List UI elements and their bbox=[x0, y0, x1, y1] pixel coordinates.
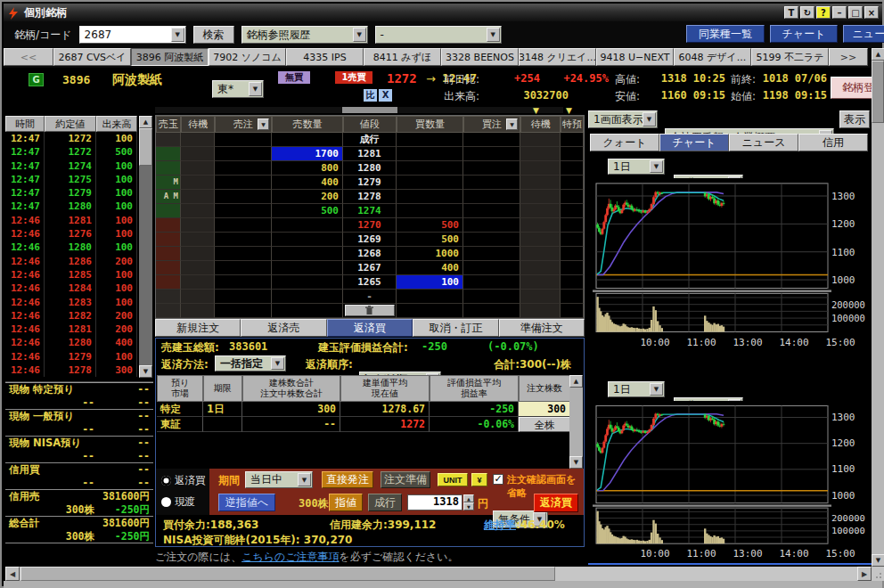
position-scrollbar[interactable]: ▲ ▼ bbox=[569, 375, 583, 469]
refresh-icon[interactable]: ↻ bbox=[800, 6, 814, 19]
order-book-column-header[interactable]: 待機 bbox=[181, 116, 215, 133]
confirm-skip-checkbox[interactable]: ✓ bbox=[493, 474, 503, 485]
chevron-down-icon[interactable]: ▼ bbox=[487, 28, 500, 42]
price-stepper[interactable]: ▲ ▼ bbox=[463, 494, 474, 510]
close-badge[interactable]: X bbox=[379, 89, 392, 102]
sell-quantity-cell[interactable]: 800 bbox=[272, 161, 343, 176]
chevron-down-icon[interactable]: ▼ bbox=[298, 473, 311, 486]
order-book-column-header[interactable]: 値段 bbox=[343, 116, 397, 133]
tape-column-header[interactable]: 約定値 bbox=[45, 116, 96, 132]
order-book-row[interactable]: 1270500 bbox=[156, 218, 584, 233]
scroll-up-icon[interactable]: ▲ bbox=[139, 116, 152, 128]
buy-quantity-cell[interactable]: 500 bbox=[397, 218, 463, 233]
compare-badge[interactable]: 比 bbox=[364, 89, 377, 102]
screen-layout-combobox[interactable]: 1画面表示▼ bbox=[588, 110, 658, 128]
price-cell[interactable]: - bbox=[343, 290, 397, 304]
order-book-row[interactable]: 8001280 bbox=[156, 161, 584, 176]
scroll-left-icon[interactable]: ◀ bbox=[5, 567, 20, 581]
direct-order-button[interactable]: 直接発注 bbox=[322, 471, 373, 488]
intraday-chart[interactable]: 10:0011:0013:0014:0015:00130012001100100… bbox=[589, 178, 871, 353]
genwatashi-radio[interactable]: 現渡 bbox=[161, 495, 195, 508]
scroll-down-icon[interactable]: ▼ bbox=[139, 365, 152, 378]
price-cell[interactable]: 1279 bbox=[343, 176, 397, 190]
price-input[interactable]: 1318 bbox=[407, 494, 462, 510]
order-tab[interactable]: 準備注文 bbox=[499, 319, 585, 337]
price-cell[interactable]: 1281 bbox=[343, 147, 397, 161]
order-book-column-header[interactable]: 待機 bbox=[520, 116, 561, 133]
sell-quantity-cell[interactable] bbox=[272, 261, 343, 275]
stock-tab[interactable]: 7902 ソノコム bbox=[209, 48, 286, 66]
stop-order-button[interactable]: 逆指値へ bbox=[218, 494, 275, 511]
intraday-chart[interactable]: 10:0011:0013:0014:0015:00130012001100100… bbox=[589, 401, 871, 563]
sell-quantity-cell[interactable]: 500 bbox=[272, 204, 343, 218]
yen-button[interactable]: ¥ bbox=[471, 473, 487, 486]
order-book-column-header[interactable]: 特預 bbox=[561, 116, 584, 133]
scroll-right-icon[interactable]: ▶ bbox=[857, 567, 872, 581]
resize-grip[interactable] bbox=[872, 567, 884, 581]
market-order-button[interactable]: 成行 bbox=[368, 494, 402, 511]
minimize-button[interactable]: – bbox=[832, 6, 847, 19]
unit-button[interactable]: UNIT bbox=[438, 473, 468, 486]
order-book-row[interactable]: A M2001278 bbox=[156, 190, 584, 204]
price-cell[interactable]: 成行 bbox=[343, 133, 397, 147]
price-cell[interactable]: 1267 bbox=[343, 261, 397, 275]
price-cell[interactable]: 1265 bbox=[343, 275, 397, 290]
code-combobox[interactable]: 2687▼ bbox=[79, 26, 186, 44]
order-book-row[interactable] bbox=[156, 304, 584, 318]
buy-quantity-cell[interactable] bbox=[397, 304, 463, 318]
panel-tab[interactable]: クォート bbox=[590, 134, 659, 151]
delete-order-button[interactable] bbox=[345, 305, 395, 316]
stock-tab[interactable]: 4335 IPS bbox=[286, 48, 364, 66]
order-tab[interactable]: 新規注文 bbox=[155, 319, 241, 337]
chevron-down-icon[interactable]: ▼ bbox=[249, 82, 262, 96]
help-icon[interactable]: ? bbox=[816, 6, 831, 19]
stock-tab[interactable]: 9418 U−NEXT bbox=[596, 48, 674, 66]
order-tab[interactable]: 返済買 bbox=[327, 319, 413, 337]
order-book-column-header[interactable]: 買注▼ bbox=[463, 116, 520, 133]
order-tab[interactable]: 取消・訂正 bbox=[413, 319, 498, 337]
scroll-up-icon[interactable]: ▲ bbox=[872, 48, 884, 61]
order-book-row[interactable]: 1265100 bbox=[156, 275, 584, 290]
stock-tab[interactable]: 8411 みずほ bbox=[364, 48, 441, 66]
order-tab[interactable]: 返済売 bbox=[241, 319, 326, 337]
chevron-down-icon[interactable]: ▼ bbox=[643, 112, 656, 127]
tape-scrollbar[interactable]: ▲ ▼ bbox=[139, 116, 152, 378]
sell-quantity-cell[interactable] bbox=[272, 233, 343, 247]
compare-combobox[interactable]: -▼ bbox=[375, 26, 502, 44]
step-up-icon[interactable]: ▲ bbox=[463, 494, 474, 502]
scroll-up-icon[interactable]: ▲ bbox=[569, 375, 583, 388]
price-cell[interactable]: 1269 bbox=[343, 233, 397, 247]
scroll-down-icon[interactable]: ▼ bbox=[872, 554, 884, 567]
buy-quantity-cell[interactable]: 500 bbox=[397, 233, 463, 247]
order-book-row[interactable]: 17001281 bbox=[156, 147, 584, 161]
submit-repay-buy-button[interactable]: 返済買 bbox=[534, 494, 578, 512]
news-button[interactable]: ニュース bbox=[843, 25, 884, 43]
maximize-button[interactable]: □ bbox=[848, 6, 863, 19]
sell-quantity-cell[interactable] bbox=[272, 247, 343, 261]
chevron-down-icon[interactable]: ▼ bbox=[650, 160, 663, 173]
chart-button[interactable]: チャート bbox=[770, 25, 838, 43]
price-cell[interactable]: 1280 bbox=[343, 161, 397, 176]
chevron-down-icon[interactable]: ▼ bbox=[171, 28, 184, 42]
market-combobox[interactable]: 東*▼ bbox=[212, 80, 264, 98]
order-book-row[interactable]: 5001274 bbox=[156, 204, 584, 218]
stock-tab[interactable]: 6048 デザイ... bbox=[674, 48, 751, 66]
scrollbar-thumb[interactable] bbox=[20, 567, 555, 581]
repay-method-combobox[interactable]: 一括指定▼ bbox=[215, 355, 286, 372]
stock-tab[interactable]: 2687 CVSベイ bbox=[53, 48, 131, 66]
close-button[interactable]: × bbox=[864, 6, 879, 19]
sell-quantity-cell[interactable] bbox=[272, 290, 343, 304]
buy-quantity-cell[interactable]: 1000 bbox=[397, 247, 463, 261]
tabs-scroll-left-button[interactable]: << bbox=[4, 48, 53, 66]
buy-quantity-cell[interactable] bbox=[397, 176, 463, 190]
buy-quantity-cell[interactable] bbox=[397, 147, 463, 161]
all-shares-button[interactable]: 全株 bbox=[519, 417, 570, 432]
sell-quantity-cell[interactable]: 1700 bbox=[272, 147, 343, 161]
stock-tab[interactable]: 3328 BEENOS bbox=[441, 48, 519, 66]
sell-quantity-cell[interactable] bbox=[272, 304, 343, 318]
buy-quantity-cell[interactable] bbox=[397, 190, 463, 204]
chevron-down-icon[interactable]: ▼ bbox=[506, 118, 518, 130]
maintenance-link[interactable]: 維持率 bbox=[484, 519, 516, 531]
scrollbar-thumb[interactable] bbox=[342, 107, 397, 113]
order-book-column-header[interactable]: 売玉 bbox=[156, 116, 181, 133]
